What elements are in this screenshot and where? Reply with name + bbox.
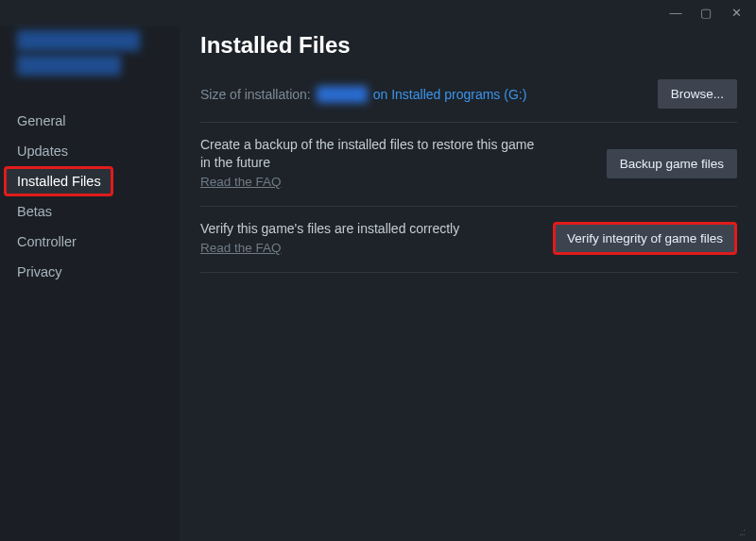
backup-text: Create a backup of the installed files t… xyxy=(200,137,534,170)
body: General Updates Installed Files Betas Co… xyxy=(0,26,756,541)
backup-game-files-button[interactable]: Backup game files xyxy=(607,149,737,178)
sidebar-items: General Updates Installed Files Betas Co… xyxy=(0,102,180,287)
redacted-size-value xyxy=(317,86,368,103)
redacted-game-title xyxy=(17,55,121,76)
sidebar-item-label: Controller xyxy=(17,234,77,249)
size-label: Size of installation: xyxy=(200,87,311,102)
backup-faq-link[interactable]: Read the FAQ xyxy=(200,174,282,191)
install-disk-link[interactable]: on Installed programs (G:) xyxy=(373,87,527,102)
sidebar-item-general[interactable]: General xyxy=(0,106,180,136)
backup-description: Create a backup of the installed files t… xyxy=(200,136,541,191)
backup-section: Create a backup of the installed files t… xyxy=(200,122,737,206)
sidebar-item-betas[interactable]: Betas xyxy=(0,196,180,227)
sidebar-item-updates[interactable]: Updates xyxy=(0,136,180,166)
close-button[interactable]: ✕ xyxy=(728,5,745,22)
sidebar-item-label: General xyxy=(17,113,66,128)
redacted-game-title xyxy=(17,30,140,51)
game-title-area xyxy=(17,28,164,85)
sidebar-item-controller[interactable]: Controller xyxy=(0,227,180,257)
sidebar-item-label: Privacy xyxy=(17,264,62,279)
properties-window: — ▢ ✕ General Updates Installed Files xyxy=(0,0,756,541)
browse-button[interactable]: Browse... xyxy=(658,79,737,109)
sidebar-item-label: Installed Files xyxy=(17,174,101,189)
install-size-text: Size of installation: on Installed progr… xyxy=(200,86,526,103)
verify-integrity-button[interactable]: Verify integrity of game files xyxy=(553,222,737,255)
main-panel: Installed Files Size of installation: on… xyxy=(180,26,756,541)
verify-section: Verify this game's files are installed c… xyxy=(200,206,737,273)
sidebar-item-installed-files[interactable]: Installed Files xyxy=(4,166,113,196)
titlebar: — ▢ ✕ xyxy=(0,0,756,26)
sidebar-item-privacy[interactable]: Privacy xyxy=(0,257,180,287)
minimize-button[interactable]: — xyxy=(667,5,684,22)
verify-faq-link[interactable]: Read the FAQ xyxy=(200,240,282,257)
maximize-button[interactable]: ▢ xyxy=(697,5,714,22)
sidebar-item-label: Betas xyxy=(17,204,52,219)
verify-text: Verify this game's files are installed c… xyxy=(200,221,459,236)
sidebar: General Updates Installed Files Betas Co… xyxy=(0,26,180,541)
verify-description: Verify this game's files are installed c… xyxy=(200,220,459,257)
install-size-row: Size of installation: on Installed progr… xyxy=(200,79,737,109)
page-title: Installed Files xyxy=(200,32,737,59)
sidebar-item-label: Updates xyxy=(17,144,68,159)
